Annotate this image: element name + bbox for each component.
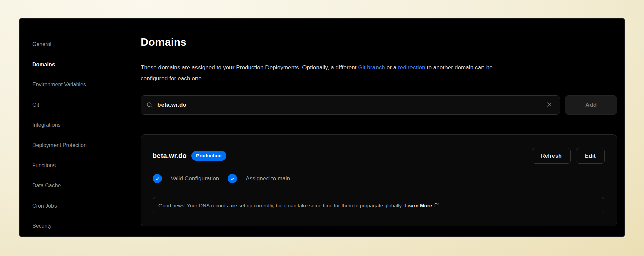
external-link-icon xyxy=(434,202,439,208)
sidebar-item-git[interactable]: Git xyxy=(32,95,141,115)
valid-configuration-status: Valid Configuration xyxy=(153,174,219,183)
sidebar-item-domains[interactable]: Domains xyxy=(32,54,141,75)
description-segment: or a xyxy=(385,64,398,71)
sidebar-item-general[interactable]: General xyxy=(32,34,141,54)
sidebar-item-security[interactable]: Security xyxy=(32,216,141,236)
edit-button[interactable]: Edit xyxy=(576,148,605,164)
sidebar-item-environment-variables[interactable]: Environment Variables xyxy=(32,75,141,95)
status-label: Valid Configuration xyxy=(171,175,219,182)
domains-main: Domains These domains are assigned to yo… xyxy=(141,19,624,236)
search-icon xyxy=(146,102,153,108)
learn-more-link[interactable]: Learn More xyxy=(404,202,439,208)
domain-card-header: beta.wr.do Production Refresh Edit xyxy=(153,148,605,164)
check-circle-icon xyxy=(153,174,162,183)
domain-card: beta.wr.do Production Refresh Edit Valid… xyxy=(141,134,617,226)
settings-sidebar: General Domains Environment Variables Gi… xyxy=(20,19,141,236)
git-branch-link[interactable]: Git branch xyxy=(358,64,385,71)
add-domain-row: Add xyxy=(141,95,617,115)
sidebar-item-data-cache[interactable]: Data Cache xyxy=(32,176,141,196)
check-circle-icon xyxy=(228,174,237,183)
sidebar-item-cron-jobs[interactable]: Cron Jobs xyxy=(32,196,141,216)
domains-description: These domains are assigned to your Produ… xyxy=(141,62,617,84)
domain-name: beta.wr.do xyxy=(153,152,187,160)
close-icon xyxy=(546,102,552,108)
sidebar-item-functions[interactable]: Functions xyxy=(32,155,141,176)
refresh-button[interactable]: Refresh xyxy=(532,148,571,164)
redirection-link[interactable]: redirection xyxy=(398,64,425,71)
description-segment: configured for each one. xyxy=(141,75,203,82)
dns-notice-text: Good news! Your DNS records are set up c… xyxy=(158,203,403,208)
learn-more-label: Learn More xyxy=(404,203,432,208)
add-domain-button[interactable]: Add xyxy=(565,95,617,115)
domain-card-actions: Refresh Edit xyxy=(532,148,605,164)
description-segment: These domains are assigned to your Produ… xyxy=(141,64,358,71)
settings-panel: General Domains Environment Variables Gi… xyxy=(19,18,625,237)
clear-input-button[interactable] xyxy=(545,100,553,110)
sidebar-item-deployment-protection[interactable]: Deployment Protection xyxy=(32,135,141,155)
description-segment: to another domain can be xyxy=(425,64,493,71)
domain-input[interactable] xyxy=(157,102,545,108)
domain-title-group: beta.wr.do Production xyxy=(153,151,226,161)
status-label: Assigned to main xyxy=(246,175,290,182)
assigned-to-main-status: Assigned to main xyxy=(228,174,290,183)
dns-notice: Good news! Your DNS records are set up c… xyxy=(153,197,604,213)
domain-status-row: Valid Configuration Assigned to main xyxy=(153,174,605,183)
sidebar-item-integrations[interactable]: Integrations xyxy=(32,115,141,135)
domain-search-box[interactable] xyxy=(141,95,560,115)
production-badge: Production xyxy=(191,151,226,161)
page-title: Domains xyxy=(141,35,617,49)
